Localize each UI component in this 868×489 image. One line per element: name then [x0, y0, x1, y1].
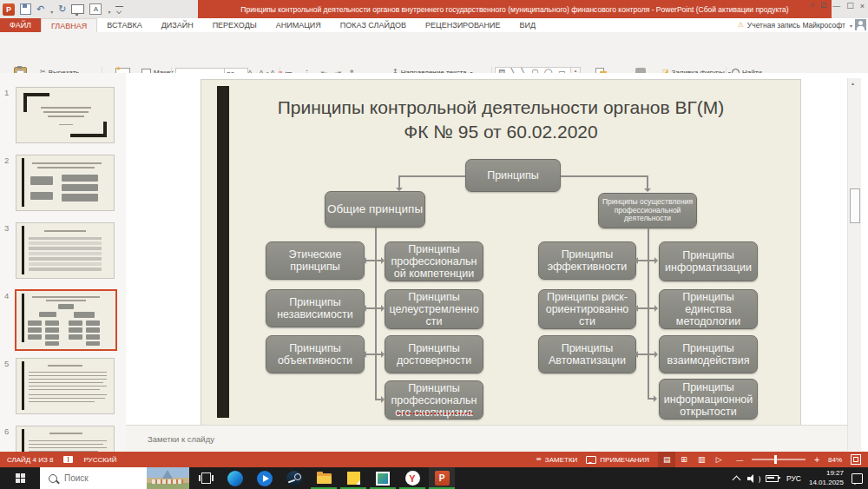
connector	[647, 175, 648, 188]
battery-icon[interactable]	[766, 475, 779, 482]
save-icon[interactable]	[20, 3, 31, 15]
zoom-in-button[interactable]: +	[814, 455, 819, 465]
customize-qat-icon[interactable]	[115, 6, 123, 13]
tab-animations[interactable]: АНИМАЦИЯ	[266, 18, 331, 32]
tab-home[interactable]: ГЛАВНАЯ	[41, 18, 97, 32]
avatar[interactable]	[855, 19, 866, 30]
thumbnail-number: 1	[4, 88, 9, 97]
system-tray: РУС 19:27 14.01.2025	[733, 467, 868, 489]
diagram-box[interactable]: Этические принципы	[266, 241, 365, 280]
slide-thumbnail-4-selected[interactable]	[15, 289, 117, 351]
thumbnail-number: 6	[4, 426, 9, 436]
fit-to-window-button[interactable]	[851, 454, 861, 465]
arrowhead	[635, 257, 638, 264]
media-app-button[interactable]	[252, 467, 278, 489]
slide-canvas[interactable]: Принципы контрольной деятельности органо…	[201, 80, 800, 425]
taskbar-search[interactable]	[40, 467, 189, 489]
diagram-box[interactable]: Принципы профессиональн ой компетенции	[385, 241, 483, 281]
ribbon: Вставить ✂ Вырезать Копировать Формат по…	[0, 32, 868, 74]
volume-icon[interactable]	[747, 474, 758, 483]
yandex-browser-button[interactable]: Y	[399, 467, 425, 489]
powerpoint-icon: P	[435, 471, 450, 486]
edge-icon	[227, 471, 243, 486]
vertical-scrollbar[interactable]: ▴	[847, 78, 861, 451]
slide-title[interactable]: Принципы контрольной деятельности органо…	[240, 96, 761, 143]
diagram-box[interactable]: Принципы риск- ориентированно сти	[538, 289, 636, 329]
diagram-box[interactable]: Принципы информатизации	[659, 241, 758, 281]
undo-icon[interactable]: ↶	[36, 4, 44, 14]
view-normal-button[interactable]: ▤	[658, 452, 675, 467]
thumbnail-number: 2	[4, 155, 9, 165]
zoom-slider-thumb[interactable]	[774, 455, 777, 464]
slide-thumbnail-6[interactable]	[16, 426, 115, 452]
hidden-icons-chevron[interactable]	[732, 475, 740, 484]
search-widget-image[interactable]	[147, 467, 189, 489]
diagram-box[interactable]: Принципы информационной открытости	[659, 379, 758, 420]
connector	[638, 354, 656, 355]
connector	[648, 228, 649, 400]
touch-mode-dropdown-icon[interactable]	[107, 2, 110, 17]
action-center-icon[interactable]	[852, 473, 863, 484]
zoom-slider[interactable]	[752, 459, 806, 460]
notes-toggle[interactable]: ≡ ЗАМЕТКИ	[536, 456, 577, 464]
diagram-box-professional[interactable]: Принципы осуществления профессиональной …	[598, 193, 697, 228]
help-button[interactable]: ?	[810, 2, 814, 10]
diagram-box[interactable]: Принципы объективности	[266, 335, 365, 373]
diagram-box[interactable]: Принципы независимости	[266, 289, 365, 327]
arrowhead	[363, 351, 366, 358]
steam-app-button[interactable]	[281, 467, 307, 489]
diagram-box[interactable]: Принципы взаимодействия	[659, 335, 758, 373]
start-button[interactable]	[0, 467, 40, 489]
sticky-notes-button[interactable]	[340, 467, 366, 489]
diagram-box[interactable]: Принципы Автоматизации	[538, 335, 636, 373]
zoom-level[interactable]: 84%	[828, 456, 842, 464]
diagram-box-root[interactable]: Принципы	[465, 159, 561, 192]
diagram-box[interactable]: Принципы эффективности	[538, 241, 636, 280]
tab-transitions[interactable]: ПЕРЕХОДЫ	[203, 18, 266, 32]
arrowhead	[381, 305, 385, 312]
scrollbar-thumb[interactable]	[850, 188, 860, 223]
tab-review[interactable]: РЕЦЕНЗИРОВАНИЕ	[416, 18, 510, 32]
edge-app-button[interactable]	[222, 467, 248, 489]
view-slideshow-button[interactable]: ▷	[710, 452, 727, 467]
tab-design[interactable]: ДИЗАЙН	[152, 18, 203, 32]
task-view-icon	[201, 472, 211, 484]
restore-button[interactable]: □	[846, 2, 854, 10]
redo-icon[interactable]: ↻	[58, 4, 66, 14]
ribbon-display-options-button[interactable]: ⊡	[820, 2, 827, 10]
spellcheck-icon[interactable]	[63, 456, 73, 463]
notes-pane[interactable]: Заметки к слайду	[126, 425, 847, 452]
minimize-button[interactable]: —	[832, 2, 840, 10]
tab-slideshow[interactable]: ПОКАЗ СЛАЙДОВ	[331, 18, 416, 32]
powerpoint-taskbar-button[interactable]: P	[429, 467, 455, 489]
tab-view[interactable]: ВИД	[510, 18, 546, 32]
tab-insert[interactable]: ВСТАВКА	[97, 18, 151, 32]
view-reading-button[interactable]: ▥	[693, 452, 710, 467]
clock[interactable]: 19:27 14.01.2025	[809, 469, 844, 487]
slide-thumbnail-2[interactable]	[16, 155, 115, 211]
scrollbar-up-icon[interactable]: ▴	[852, 81, 854, 86]
start-slideshow-icon[interactable]	[71, 4, 84, 14]
slide-thumbnail-3[interactable]	[16, 222, 115, 279]
photos-app-button[interactable]	[370, 467, 396, 489]
diagram-box[interactable]: Принципы достоверности	[385, 335, 483, 373]
slide-thumbnail-1[interactable]	[16, 87, 115, 143]
file-explorer-button[interactable]	[311, 467, 337, 489]
diagram-box[interactable]: Принципы целеустремленно сти	[385, 289, 483, 329]
tab-file[interactable]: ФАЙЛ	[0, 18, 41, 32]
language-status[interactable]: РУССКИЙ	[83, 456, 116, 464]
slide-thumbnail-5[interactable]	[16, 358, 115, 414]
spellcheck-underline	[397, 413, 473, 414]
account-menu[interactable]: ⚠ Учетная запись Майкрософт	[738, 19, 852, 31]
task-view-button[interactable]	[193, 467, 219, 489]
tray-language[interactable]: РУС	[786, 474, 801, 483]
view-slide-sorter-button[interactable]: ⊞	[675, 452, 693, 467]
close-button[interactable]: ×	[860, 2, 865, 10]
undo-dropdown-icon[interactable]	[49, 2, 53, 17]
comments-toggle[interactable]: ПРИМЕЧАНИЯ	[586, 456, 649, 464]
diagram-box-general[interactable]: Общие принципы	[325, 191, 425, 228]
search-input[interactable]	[62, 472, 135, 484]
touch-mode-icon[interactable]: А	[89, 3, 102, 15]
diagram-box[interactable]: Принципы единства методологии	[659, 289, 758, 329]
zoom-out-button[interactable]: —	[736, 456, 743, 464]
